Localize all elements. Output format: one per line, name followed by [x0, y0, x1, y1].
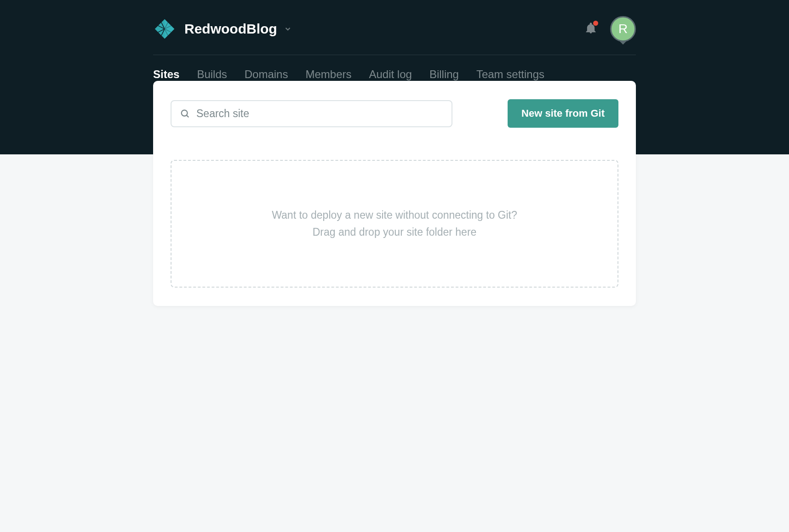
top-bar: RedwoodBlog R — [153, 0, 636, 55]
tab-builds[interactable]: Builds — [197, 68, 227, 81]
svg-line-7 — [187, 115, 189, 117]
tab-domains[interactable]: Domains — [245, 68, 288, 81]
tab-billing[interactable]: Billing — [429, 68, 459, 81]
search-icon — [180, 108, 190, 119]
notifications-button[interactable] — [584, 22, 597, 36]
drop-zone-text-line1: Want to deploy a new site without connec… — [190, 207, 599, 224]
drop-zone[interactable]: Want to deploy a new site without connec… — [171, 160, 618, 288]
chevron-down-icon — [284, 25, 292, 33]
tab-team-settings[interactable]: Team settings — [476, 68, 544, 81]
tab-audit-log[interactable]: Audit log — [369, 68, 412, 81]
svg-point-6 — [182, 110, 188, 116]
search-wrapper[interactable] — [171, 100, 452, 127]
team-selector[interactable]: RedwoodBlog — [184, 21, 292, 37]
card-top-row: New site from Git — [171, 99, 618, 128]
search-input[interactable] — [196, 108, 443, 120]
drop-zone-text-line2: Drag and drop your site folder here — [190, 224, 599, 241]
new-site-button[interactable]: New site from Git — [508, 99, 618, 128]
notification-dot-icon — [593, 21, 598, 26]
nav-tabs: Sites Builds Domains Members Audit log B… — [153, 55, 636, 81]
avatar-initial: R — [618, 22, 628, 36]
top-bar-right: R — [584, 16, 636, 42]
tab-members[interactable]: Members — [305, 68, 351, 81]
avatar[interactable]: R — [610, 16, 636, 42]
netlify-logo-icon[interactable] — [153, 17, 176, 40]
sites-card: New site from Git Want to deploy a new s… — [153, 81, 636, 306]
tab-sites[interactable]: Sites — [153, 68, 179, 81]
team-name: RedwoodBlog — [184, 21, 277, 37]
top-bar-left: RedwoodBlog — [153, 17, 292, 40]
